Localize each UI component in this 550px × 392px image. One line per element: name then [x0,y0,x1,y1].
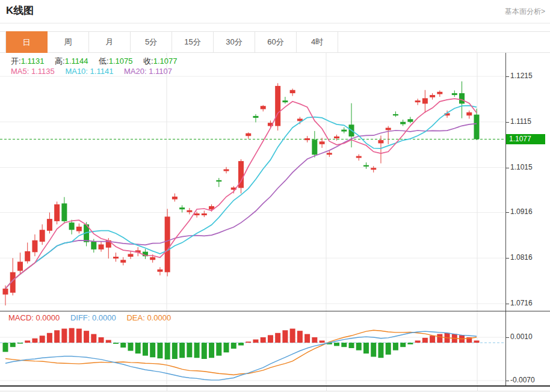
ohlc-legend: 开:1.1131 高:1.1144 低:1.1075 收:1.1077 [11,56,178,67]
interval-tabbar: 日 周 月 5分 15分 30分 60分 4时 [0,31,550,53]
tab-week[interactable]: 周 [48,32,89,52]
title-divider [0,23,550,23]
open-label: 开: [11,57,21,66]
ma20-legend-item: MA20: 1.1107 [124,67,172,76]
close-value: 1.1077 [153,57,178,66]
price-axis-label: 1.0816 [510,253,533,262]
last-price-badge: 1.1077 [506,134,545,144]
vertical-gridline-stub [326,387,327,391]
tab-month[interactable]: 月 [89,32,131,52]
page-title: K线图 [6,4,34,17]
macd-indicator-chart[interactable] [0,311,550,385]
open-value: 1.1131 [21,57,45,66]
macd-axis-label-tick [506,337,509,338]
vertical-gridline-stub [477,387,478,391]
macd-axis-label: 0.0010 [510,332,533,341]
price-axis-label-tick [506,122,509,123]
price-axis-label: 1.1215 [510,72,533,80]
diff-legend-item: DIFF: 0.0000 [70,313,116,322]
price-axis-label-tick [506,76,509,77]
ma5-legend-item: MA5: 1.1135 [11,67,55,76]
price-axis-label-tick [506,212,509,213]
tab-60min[interactable]: 60分 [255,32,297,52]
tab-5min[interactable]: 5分 [131,32,172,52]
low-label: 低: [99,57,109,66]
macd-axis-label: -0.0070 [510,376,535,384]
price-axis-label-tick [506,304,509,304]
bottom-divider [0,391,550,391]
tab-30min[interactable]: 30分 [214,32,255,52]
tab-4hour[interactable]: 4时 [297,32,338,52]
low-value: 1.1075 [109,57,133,66]
chart-bottom-border [0,385,550,387]
price-axis-label: 1.1015 [510,163,533,171]
price-axis-label: 1.0916 [510,207,533,216]
macd-legend: MACD: 0.0000 DIFF: 0.0000 DEA: 0.0000 [8,313,171,322]
price-axis-label: 1.1115 [510,117,531,126]
macd-legend-item: MACD: 0.0000 [8,313,60,322]
dea-legend-item: DEA: 0.0000 [126,313,171,322]
vertical-gridline-stub [167,387,167,391]
main-candlestick-chart[interactable] [0,53,550,311]
close-label: 收: [143,57,153,66]
tab-day[interactable]: 日 [6,31,48,53]
macd-axis-label-tick [506,381,509,381]
price-axis-label-tick [506,168,509,168]
ma-legend: MA5: 1.1135 MA10: 1.1141 MA20: 1.1107 [11,67,172,76]
price-axis-label-tick [506,258,509,259]
ma10-legend-item: MA10: 1.1141 [65,67,113,76]
fundamental-analysis-link[interactable]: 基本面分析> [505,7,545,17]
high-label: 高: [55,57,65,66]
high-value: 1.1144 [65,57,88,66]
tabbar-lead-spacer [0,32,6,52]
panel-separator [0,311,550,311]
price-axis-label: 1.0716 [510,299,533,307]
tab-15min[interactable]: 15分 [172,32,214,52]
